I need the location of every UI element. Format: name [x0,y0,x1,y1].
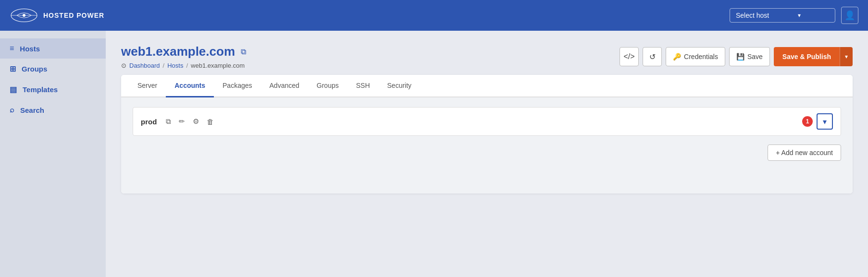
add-account-bar: + Add new account [133,141,841,163]
save-icon: 💾 [736,53,744,60]
account-badge: 1 [802,116,813,127]
search-icon: ⌕ [10,106,14,114]
save-publish-chevron-icon: ▾ [845,53,848,60]
tab-server-label: Server [137,82,157,89]
select-host-button[interactable]: Select host ▾ [730,8,835,23]
credentials-button[interactable]: 🔑 Credentials [666,47,725,66]
page-title-row: web1.example.com ⧉ [121,44,247,59]
sidebar: ≡ Hosts ⊞ Groups ▤ Templates ⌕ Search [0,31,106,277]
account-actions: ⧉ ✏ ⚙ 🗑 [163,116,216,127]
brand-logo [10,6,38,25]
breadcrumb-dashboard-icon: ⊙ [121,62,126,69]
tab-groups-label: Groups [317,82,339,89]
copy-icon: ⧉ [166,117,171,125]
tab-groups[interactable]: Groups [308,75,347,97]
sidebar-item-templates-label: Templates [23,85,58,94]
select-host-label: Select host [736,12,769,19]
sidebar-item-templates[interactable]: ▤ Templates [0,79,106,100]
tab-security-label: Security [387,82,412,89]
history-button[interactable]: ↺ [643,47,662,66]
account-expand-button[interactable]: ▾ [817,113,833,130]
account-name: prod [141,118,157,126]
account-delete-button[interactable]: 🗑 [204,116,216,127]
main-content: web1.example.com ⧉ ⊙ Dashboard / Hosts /… [106,31,868,277]
select-host-chevron-icon: ▾ [798,12,801,19]
add-account-button[interactable]: + Add new account [768,145,841,161]
credentials-label: Credentials [684,53,718,60]
panel: Server Accounts Packages Advanced Groups… [121,75,853,193]
user-icon: 👤 [844,10,855,21]
hosts-icon: ≡ [10,44,14,53]
tab-accounts-label: Accounts [174,82,205,89]
copy-title-button[interactable]: ⧉ [240,47,247,57]
save-button[interactable]: 💾 Save [729,47,770,66]
code-icon: </> [624,52,635,61]
tab-advanced[interactable]: Advanced [261,75,308,97]
breadcrumb: ⊙ Dashboard / Hosts / web1.example.com [121,62,247,69]
breadcrumb-hosts-link[interactable]: Hosts [167,62,183,69]
edit-icon: ✏ [179,117,185,125]
settings-icon: ⚙ [193,117,199,125]
key-icon: 🔑 [673,53,681,60]
tab-server[interactable]: Server [129,75,166,97]
tab-accounts[interactable]: Accounts [166,75,214,97]
brand-name: HOSTED POWER [43,12,104,19]
brand: HOSTED POWER [10,6,104,25]
tab-packages-label: Packages [223,82,252,89]
account-edit-button[interactable]: ✏ [176,116,187,127]
groups-icon: ⊞ [10,64,16,73]
chevron-down-icon: ▾ [823,117,827,126]
account-copy-button[interactable]: ⧉ [163,116,174,127]
navbar-right: Select host ▾ 👤 [730,7,858,24]
sidebar-item-hosts-label: Hosts [20,45,40,53]
delete-icon: 🗑 [207,118,214,126]
toolbar: </> ↺ 🔑 Credentials 💾 Save Save & Publis… [620,47,853,66]
tab-packages[interactable]: Packages [214,75,260,97]
save-label: Save [747,53,763,60]
sidebar-item-hosts[interactable]: ≡ Hosts [0,38,106,59]
history-icon: ↺ [649,52,656,61]
page-header: web1.example.com ⧉ ⊙ Dashboard / Hosts /… [121,44,853,69]
code-button[interactable]: </> [620,47,639,66]
account-row-left: prod ⧉ ✏ ⚙ 🗑 [141,116,216,127]
breadcrumb-current: web1.example.com [191,62,245,69]
save-publish-group: Save & Publish ▾ [774,47,853,66]
templates-icon: ▤ [10,85,17,94]
sidebar-item-groups-label: Groups [22,65,47,73]
save-publish-chevron-button[interactable]: ▾ [840,47,853,66]
page-title: web1.example.com [121,44,235,59]
save-publish-label: Save & Publish [782,53,831,60]
breadcrumb-sep-1: / [163,62,165,69]
sidebar-item-groups[interactable]: ⊞ Groups [0,59,106,79]
page-title-block: web1.example.com ⧉ ⊙ Dashboard / Hosts /… [121,44,247,69]
add-account-label: + Add new account [776,149,833,157]
user-avatar-button[interactable]: 👤 [841,7,858,24]
breadcrumb-sep-2: / [186,62,188,69]
tab-ssh[interactable]: SSH [347,75,379,97]
breadcrumb-dashboard-link[interactable]: Dashboard [129,62,160,69]
account-row-right: 1 ▾ [802,113,833,130]
tabs-bar: Server Accounts Packages Advanced Groups… [121,75,853,97]
save-publish-button[interactable]: Save & Publish [774,47,840,66]
account-settings-button[interactable]: ⚙ [190,116,201,127]
tab-security[interactable]: Security [379,75,421,97]
tab-ssh-label: SSH [356,82,370,89]
tab-body: prod ⧉ ✏ ⚙ 🗑 [121,97,853,193]
table-row: prod ⧉ ✏ ⚙ 🗑 [133,107,841,136]
sidebar-item-search[interactable]: ⌕ Search [0,100,106,120]
navbar: HOSTED POWER Select host ▾ 👤 [0,0,868,31]
tab-advanced-label: Advanced [270,82,299,89]
sidebar-item-search-label: Search [20,106,44,114]
layout: ≡ Hosts ⊞ Groups ▤ Templates ⌕ Search we… [0,31,868,277]
